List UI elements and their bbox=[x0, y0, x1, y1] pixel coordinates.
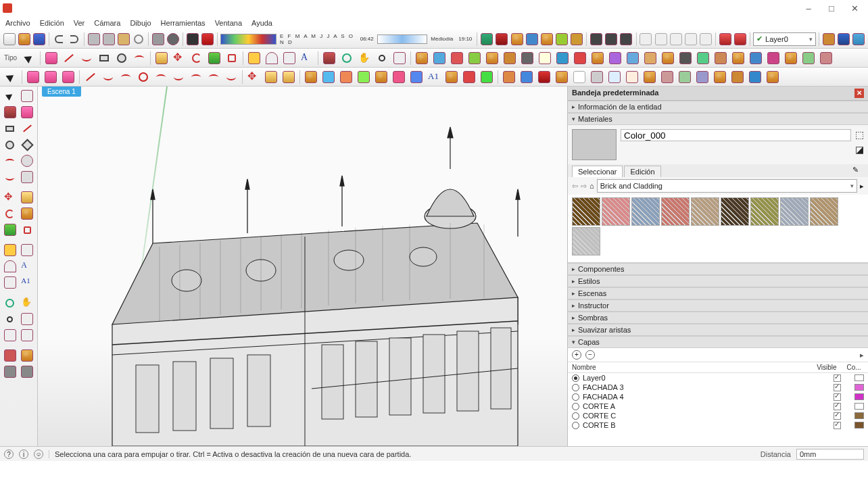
plugin-icon[interactable] bbox=[484, 50, 500, 66]
plugin-icon[interactable] bbox=[461, 69, 477, 85]
camera-icon[interactable] bbox=[604, 31, 618, 47]
tray-title[interactable]: Bandeja predeterminada ✕ bbox=[568, 87, 868, 101]
section-layers[interactable]: ▾Capas bbox=[568, 336, 868, 348]
plugin-icon[interactable] bbox=[694, 69, 710, 85]
view-icon[interactable] bbox=[639, 31, 652, 47]
plugin-icon[interactable] bbox=[519, 69, 535, 85]
curve-red-icon[interactable] bbox=[100, 69, 116, 85]
plugin-icon[interactable] bbox=[677, 69, 693, 85]
delete-button[interactable] bbox=[132, 31, 145, 47]
axes-icon[interactable] bbox=[1, 274, 19, 291]
select-tool[interactable] bbox=[1, 88, 19, 104]
followme-icon[interactable] bbox=[19, 205, 37, 222]
plugin-icon[interactable] bbox=[338, 69, 354, 85]
plugin-icon[interactable] bbox=[624, 69, 640, 85]
warehouse-icon[interactable] bbox=[821, 31, 835, 47]
zoom-window-icon[interactable] bbox=[19, 311, 37, 327]
section-shadows[interactable]: ▸Sombras bbox=[568, 312, 868, 324]
zoom-extents-icon[interactable] bbox=[1, 327, 19, 343]
plugin-icon[interactable] bbox=[414, 50, 430, 66]
add-layer-button[interactable]: + bbox=[572, 350, 581, 360]
material-swatch[interactable] bbox=[750, 197, 779, 226]
text-label-icon[interactable]: A bbox=[19, 258, 37, 274]
plugin-icon[interactable] bbox=[765, 50, 781, 66]
extension-icon[interactable] bbox=[852, 31, 865, 47]
rectangle-tool[interactable] bbox=[96, 50, 112, 66]
layer-row[interactable]: FACHADA 4 bbox=[568, 392, 868, 401]
plugin-icon[interactable] bbox=[466, 50, 483, 66]
plugin-icon[interactable] bbox=[589, 50, 606, 66]
dimension-icon[interactable] bbox=[19, 242, 37, 258]
rotate-tool[interactable] bbox=[189, 50, 205, 66]
tray-close-button[interactable]: ✕ bbox=[854, 89, 864, 98]
section-instructor[interactable]: ▸Instructor bbox=[568, 299, 868, 312]
view-icon[interactable] bbox=[654, 31, 668, 47]
plugin-icon[interactable] bbox=[570, 31, 583, 47]
arc-icon[interactable] bbox=[1, 153, 19, 169]
shadow-time-slider[interactable] bbox=[377, 34, 428, 44]
line-tool[interactable] bbox=[61, 50, 77, 66]
col-visible[interactable]: Visible bbox=[810, 364, 844, 371]
plugin-icon[interactable] bbox=[572, 50, 588, 66]
line-icon[interactable] bbox=[19, 120, 37, 137]
layer-color-swatch[interactable] bbox=[854, 374, 864, 381]
plugin-icon[interactable] bbox=[479, 69, 495, 85]
layer-color-swatch[interactable] bbox=[854, 422, 864, 429]
select-tool[interactable] bbox=[21, 50, 37, 66]
plugin-icon[interactable] bbox=[537, 50, 553, 66]
scene-tab[interactable]: Escena 1 bbox=[42, 87, 81, 97]
user-icon[interactable]: ☺ bbox=[34, 449, 43, 459]
curve-red-icon[interactable] bbox=[188, 69, 204, 85]
paint-bucket-icon[interactable] bbox=[1, 104, 19, 120]
plugin-icon[interactable] bbox=[554, 50, 571, 66]
curve-red-icon[interactable] bbox=[118, 69, 134, 85]
menu-ver[interactable]: Ver bbox=[74, 19, 85, 27]
plugin-icon[interactable] bbox=[501, 69, 517, 85]
zoom-tool[interactable] bbox=[374, 50, 390, 66]
menu-archivo[interactable]: Archivo bbox=[5, 19, 30, 27]
col-color[interactable]: Co... bbox=[844, 364, 864, 371]
section-scenes[interactable]: ▸Escenas bbox=[568, 287, 868, 299]
pushpull-tool[interactable] bbox=[153, 50, 170, 66]
cut-button[interactable] bbox=[87, 31, 100, 47]
eraser-pink-icon[interactable] bbox=[60, 69, 76, 85]
arc-tool[interactable] bbox=[131, 50, 147, 66]
menu-herramientas[interactable]: Herramientas bbox=[161, 19, 206, 27]
current-material-swatch[interactable] bbox=[572, 129, 617, 160]
back-icon[interactable]: ⇦ bbox=[572, 182, 578, 191]
plugin-icon[interactable] bbox=[391, 69, 407, 85]
camera-icon[interactable] bbox=[589, 31, 603, 47]
layer-radio[interactable] bbox=[572, 403, 579, 410]
plugin-icon[interactable] bbox=[536, 69, 552, 85]
open-file-button[interactable] bbox=[18, 31, 31, 47]
save-file-button[interactable] bbox=[32, 31, 46, 47]
distance-value[interactable]: 0mm bbox=[796, 449, 864, 460]
plugin-icon[interactable] bbox=[303, 69, 319, 85]
camera-icon[interactable] bbox=[619, 31, 633, 47]
menu-edicion[interactable]: Edición bbox=[40, 19, 64, 27]
offset-icon[interactable] bbox=[19, 222, 37, 238]
plugin-icon[interactable] bbox=[748, 50, 764, 66]
plugin-icon[interactable] bbox=[480, 31, 493, 47]
new-file-button[interactable] bbox=[3, 31, 16, 47]
layer-color-swatch[interactable] bbox=[854, 403, 864, 410]
plugin-icon[interactable] bbox=[449, 50, 465, 66]
layer-visible-checkbox[interactable] bbox=[834, 403, 841, 410]
polygon-icon[interactable] bbox=[19, 137, 37, 153]
layer-color-swatch[interactable] bbox=[854, 384, 864, 391]
print-button[interactable] bbox=[151, 31, 165, 47]
section-icon[interactable] bbox=[733, 31, 747, 47]
select-tool-alt[interactable] bbox=[3, 69, 19, 85]
material-swatch[interactable] bbox=[721, 197, 749, 226]
move-red-icon[interactable]: ✥ bbox=[245, 69, 262, 85]
plugin-icon[interactable] bbox=[502, 50, 518, 66]
freehand-tool[interactable] bbox=[78, 50, 95, 66]
pan-tool[interactable]: ✋ bbox=[356, 50, 372, 66]
material-swatch[interactable] bbox=[691, 197, 719, 226]
component-icon[interactable] bbox=[19, 88, 37, 104]
tape-icon[interactable] bbox=[1, 242, 19, 258]
plugin-icon[interactable] bbox=[356, 69, 372, 85]
layer-row[interactable]: CORTE C bbox=[568, 411, 868, 420]
plugin-icon[interactable] bbox=[730, 50, 746, 66]
material-swatch[interactable] bbox=[572, 197, 600, 226]
